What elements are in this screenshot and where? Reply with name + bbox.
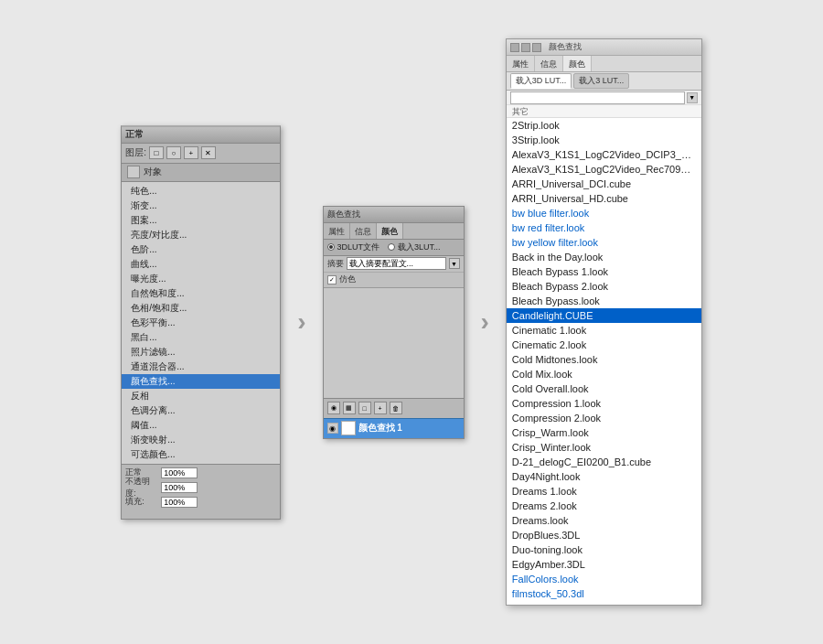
list-item[interactable]: Candlelight.CUBE [507, 308, 701, 323]
menu-gradient-map[interactable]: 渐变映射... [122, 433, 280, 447]
p3-select[interactable] [510, 91, 685, 104]
list-item[interactable]: bw yellow filter.look [507, 235, 701, 250]
menu-pattern[interactable]: 图案... [122, 213, 280, 228]
menu-black-white[interactable]: 黑白... [122, 330, 280, 345]
p2-select-summary[interactable]: 载入摘要配置文... [347, 257, 446, 270]
p3-select-row: ▼ [507, 91, 701, 105]
toolbar-btn-3[interactable]: + [184, 146, 198, 159]
p3-tab-properties[interactable]: 属性 [507, 56, 535, 71]
opacity-value: 100% [161, 467, 198, 478]
layer-name: 对象 [144, 166, 162, 178]
list-item[interactable]: bw blue filter.look [507, 206, 701, 220]
panel3-section-label: 其它 [507, 105, 701, 118]
list-item[interactable]: EdgyAmber.3DL [507, 557, 701, 572]
list-item[interactable]: 3Strip.look [507, 133, 701, 147]
list-item[interactable]: ARRI_Universal_HD.cube [507, 191, 701, 206]
p2-layer-strip: ◉ 颜色查找 1 [324, 418, 464, 438]
menu-exposure[interactable]: 曝光度... [122, 272, 280, 286]
menu-levels[interactable]: 色阶... [122, 242, 280, 257]
list-item[interactable]: Cinematic 1.look [507, 323, 701, 338]
dither-checkbox[interactable]: ✓ [327, 275, 337, 284]
opacity-row: 不透明度: 100% [125, 481, 276, 494]
menu-color-balance[interactable]: 色彩平衡... [122, 316, 280, 330]
list-item[interactable]: Duo-toning.look [507, 542, 701, 557]
list-item[interactable]: ARRI_Universal_DCI.cube [507, 177, 701, 191]
menu-hue-sat[interactable]: 色相/饱和度... [122, 301, 280, 316]
list-item[interactable]: Dreams 2.look [507, 499, 701, 513]
toolbar-btn-2[interactable]: ○ [166, 146, 181, 159]
p3-tab-info[interactable]: 信息 [535, 56, 563, 71]
p3-maximize-btn[interactable] [521, 43, 530, 52]
list-item[interactable]: Cold Midtones.look [507, 352, 701, 367]
list-item[interactable]: Bleach Bypass 1.look [507, 264, 701, 279]
p3-dropdown-btn[interactable]: ▼ [687, 92, 698, 103]
list-item[interactable]: AlexaV3_K1S1_LogC2Video_DCIP3_EE.cube [507, 147, 701, 162]
p2-add-icon[interactable]: + [374, 402, 387, 414]
list-item[interactable]: DropBlues.3DL [507, 528, 701, 542]
fill-input[interactable]: 100% [161, 497, 198, 508]
list-item[interactable]: Back in the Day.look [507, 250, 701, 264]
list-item[interactable]: Crisp_Winter.look [507, 440, 701, 455]
list-item[interactable]: filmstock_50.3dl [507, 586, 701, 601]
sub-tab-3lut-label: 载入3LUT... [398, 242, 441, 253]
p2-layer-icon[interactable]: □ [358, 402, 371, 414]
main-container: 正常 图层: □ ○ + ✕ 对象 纯色... 渐变... 图案... 亮度/对… [0, 0, 823, 644]
list-item[interactable]: bw red filter.look [507, 220, 701, 235]
panel3-titlebar: 颜色查找 [507, 39, 701, 56]
opacity-input[interactable]: 100% [161, 482, 198, 493]
p2-tab-properties[interactable]: 属性 [324, 223, 350, 239]
list-item[interactable]: Crisp_Warm.look [507, 425, 701, 440]
menu-brightness[interactable]: 亮度/对比度... [122, 228, 280, 242]
list-item[interactable]: Bleach Bypass 2.look [507, 279, 701, 294]
p2-delete-icon[interactable]: 🗑 [390, 402, 402, 414]
toolbar-btn-4[interactable]: ✕ [201, 146, 216, 159]
list-item[interactable]: Cold Mix.look [507, 367, 701, 381]
select-dropdown-btn[interactable]: ▼ [449, 258, 460, 269]
list-item[interactable]: AlexaV3_K1S1_LogC2Video_Rec709_EE.cube [507, 162, 701, 177]
menu-solid-color[interactable]: 纯色... [122, 184, 280, 199]
menu-posterize[interactable]: 色调分离... [122, 403, 280, 418]
list-item[interactable]: 2Strip.look [507, 118, 701, 133]
list-item[interactable]: FoggyNight.3DL [507, 601, 701, 605]
menu-selective-color[interactable]: 可选颜色... [122, 447, 280, 462]
panel3-tabs: 属性 信息 颜色 [507, 56, 701, 72]
radio-3dlut[interactable] [327, 243, 335, 251]
list-item[interactable]: FallColors.look [507, 572, 701, 586]
panel1-titlebar: 正常 [122, 127, 280, 144]
list-item[interactable]: Bleach Bypass.look [507, 294, 701, 308]
list-item[interactable]: Compression 2.look [507, 411, 701, 425]
p3-close-btn[interactable] [532, 43, 541, 52]
fill-row: 填充: 100% [125, 496, 276, 509]
panel3-list[interactable]: 2Strip.look3Strip.lookAlexaV3_K1S1_LogC2… [507, 118, 701, 605]
p2-tab-color[interactable]: 颜色 [377, 223, 403, 239]
toolbar-btn-1[interactable]: □ [149, 146, 164, 159]
menu-invert[interactable]: 反相 [122, 389, 280, 403]
menu-channel-mixer[interactable]: 通道混合器... [122, 360, 280, 374]
menu-threshold[interactable]: 阈值... [122, 418, 280, 433]
p3-subtab-3dlut[interactable]: 载入3D LUT... [510, 73, 572, 89]
list-item[interactable]: Day4Night.look [507, 469, 701, 484]
list-item[interactable]: Compression 1.look [507, 396, 701, 411]
panel2-tabs: 属性 信息 颜色 [324, 223, 464, 240]
p2-grid-icon[interactable]: ▦ [343, 402, 356, 414]
p3-tab-color[interactable]: 颜色 [563, 56, 592, 71]
panel2-color-lookup: 颜色查找 属性 信息 颜色 3DLUT文件 载入3LUT... 摘要 载入摘要配… [323, 206, 465, 439]
radio-3lut[interactable] [388, 243, 395, 251]
p3-subtab-3lut[interactable]: 载入3 LUT... [573, 73, 629, 89]
menu-vibrance[interactable]: 自然饱和度... [122, 286, 280, 301]
menu-gradient[interactable]: 渐变... [122, 199, 280, 213]
arrow-1: › [297, 307, 305, 337]
menu-photo-filter[interactable]: 照片滤镜... [122, 345, 280, 360]
list-item[interactable]: D-21_delogC_EI0200_B1.cube [507, 455, 701, 469]
p2-tab-info[interactable]: 信息 [350, 223, 377, 239]
p2-layer-eye[interactable]: ◉ [327, 423, 338, 434]
p3-minimize-btn[interactable] [510, 43, 519, 52]
p2-layer-thumb [341, 421, 356, 435]
list-item[interactable]: Dreams.look [507, 513, 701, 528]
list-item[interactable]: Dreams 1.look [507, 484, 701, 499]
list-item[interactable]: Cold Overall.look [507, 381, 701, 396]
menu-curves[interactable]: 曲线... [122, 257, 280, 272]
list-item[interactable]: Cinematic 2.look [507, 338, 701, 352]
menu-color-lookup[interactable]: 颜色查找... [122, 374, 280, 389]
p2-eye-icon[interactable]: ◉ [327, 402, 340, 414]
